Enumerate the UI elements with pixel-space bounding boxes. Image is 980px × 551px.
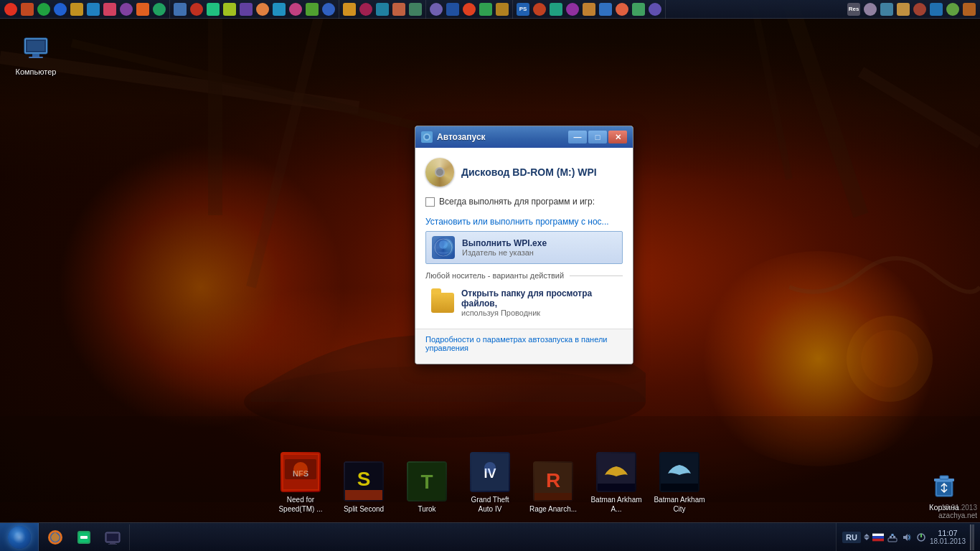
- dialog-header: Дисковод BD-ROM (M:) WPI: [425, 158, 623, 187]
- run-wpi-action[interactable]: Выполнить WPI.exe Издатель не указан: [425, 231, 623, 264]
- network-tray-icon[interactable]: [887, 532, 898, 543]
- top-icon-21[interactable]: [341, 1, 357, 17]
- top-icon-29[interactable]: [478, 1, 494, 17]
- top-icon-23[interactable]: [374, 1, 390, 17]
- watermark-site: azachya.net: [938, 512, 977, 519]
- top-icon-res[interactable]: Res: [846, 1, 862, 17]
- minimize-button[interactable]: —: [568, 131, 587, 143]
- top-icon-14[interactable]: [222, 1, 237, 17]
- show-desktop-button[interactable]: [970, 524, 974, 550]
- quick-launch-icon2[interactable]: [70, 524, 98, 550]
- game-icon-batman-aa[interactable]: Batman Arkham A...: [588, 449, 645, 517]
- top-icon-11[interactable]: [172, 1, 188, 17]
- top-icon-7[interactable]: [102, 1, 118, 17]
- top-icon-39[interactable]: [862, 1, 878, 17]
- top-icon-37[interactable]: [631, 1, 646, 17]
- computer-desktop-icon[interactable]: Компьютер: [7, 32, 65, 80]
- top-icon-42[interactable]: [912, 1, 928, 17]
- top-icon-9[interactable]: [135, 1, 151, 17]
- clock-date: 18.01.2013: [930, 537, 966, 545]
- open-folder-action[interactable]: Открыть папку для просмотра файлов, испо…: [425, 284, 623, 321]
- top-icon-26[interactable]: [428, 1, 444, 17]
- divider-line: [570, 276, 623, 276]
- top-icon-25[interactable]: [407, 1, 423, 17]
- game-icon-gta[interactable]: IV Grand Theft Auto IV: [461, 449, 519, 517]
- top-icon-40[interactable]: [879, 1, 895, 17]
- install-link[interactable]: Установить или выполнить программу с нос…: [425, 217, 623, 227]
- close-button[interactable]: ✕: [608, 131, 627, 143]
- power-tray-icon[interactable]: [915, 532, 927, 543]
- start-orb: [8, 526, 31, 549]
- top-icon-5[interactable]: [69, 1, 85, 17]
- top-icon-31[interactable]: [532, 1, 547, 17]
- top-icon-19[interactable]: [304, 1, 320, 17]
- top-icon-12[interactable]: [189, 1, 204, 17]
- quick-launch-firefox[interactable]: [42, 524, 69, 550]
- top-icon-38[interactable]: [647, 1, 663, 17]
- start-orb-inner: [13, 531, 26, 544]
- svg-rect-54: [108, 544, 117, 545]
- top-icon-6[interactable]: [85, 1, 101, 17]
- top-icon-36[interactable]: [614, 1, 630, 17]
- top-icon-30[interactable]: [494, 1, 510, 17]
- run-wpi-text: Выполнить WPI.exe Издатель не указан: [462, 238, 547, 257]
- top-icon-33[interactable]: [565, 1, 580, 17]
- game-icon-turok[interactable]: T Turok: [398, 458, 456, 517]
- top-icon-45[interactable]: [961, 1, 977, 17]
- quick-launch-icon3[interactable]: [99, 524, 126, 550]
- maximize-button[interactable]: □: [588, 131, 607, 143]
- top-icon-24[interactable]: [391, 1, 407, 17]
- nfs-label: Need for Speed(TM) ...: [275, 495, 326, 514]
- split-second-label: Split Second: [344, 504, 384, 514]
- svg-rect-14: [29, 57, 43, 58]
- top-icon-16[interactable]: [255, 1, 270, 17]
- top-icon-2[interactable]: [19, 1, 35, 17]
- window-controls: — □ ✕: [568, 131, 627, 143]
- game-icon-batman-ac[interactable]: Batman Arkham City: [651, 449, 708, 517]
- top-icon-1[interactable]: [3, 1, 19, 17]
- always-run-checkbox[interactable]: [425, 197, 435, 207]
- top-icon-15[interactable]: [238, 1, 254, 17]
- top-icon-34[interactable]: [581, 1, 597, 17]
- svg-marker-64: [903, 534, 908, 541]
- wpi-sub-text: Издатель не указан: [462, 248, 547, 257]
- open-folder-text: Открыть папку для просмотра файлов, испо…: [461, 288, 617, 317]
- recycle-bin-image: [930, 471, 958, 499]
- volume-tray-icon[interactable]: [901, 532, 913, 543]
- top-icon-ps[interactable]: PS: [515, 1, 531, 17]
- computer-icon: [22, 35, 50, 64]
- dialog-titlebar: Автозапуск — □ ✕: [415, 126, 633, 148]
- game-icon-split-second[interactable]: S Split Second: [335, 458, 392, 517]
- top-icon-18[interactable]: [288, 1, 303, 17]
- start-button[interactable]: [0, 523, 39, 552]
- top-icon-32[interactable]: [548, 1, 564, 17]
- top-icon-8[interactable]: [118, 1, 134, 17]
- disk-icon: [425, 158, 454, 187]
- top-icon-3[interactable]: [36, 1, 52, 17]
- language-indicator[interactable]: RU: [842, 532, 861, 543]
- svg-text:S: S: [357, 468, 371, 490]
- top-icon-28[interactable]: [461, 1, 477, 17]
- top-icon-17[interactable]: [271, 1, 287, 17]
- top-icon-44[interactable]: [945, 1, 961, 17]
- top-icon-20[interactable]: [321, 1, 336, 17]
- svg-point-24: [293, 462, 308, 476]
- game-icon-nfs[interactable]: NFS Need for Speed(TM) ...: [272, 449, 329, 517]
- svg-text:R: R: [546, 469, 560, 491]
- top-icon-4[interactable]: [52, 1, 68, 17]
- top-icon-27[interactable]: [445, 1, 461, 17]
- top-icon-43[interactable]: [928, 1, 944, 17]
- wpi-exe-icon: [432, 236, 455, 259]
- game-icon-rage[interactable]: R Rage Anarch...: [524, 458, 582, 517]
- top-icon-13[interactable]: [205, 1, 221, 17]
- top-icon-35[interactable]: [598, 1, 613, 17]
- taskbar: RU: [0, 522, 980, 551]
- svg-rect-36: [534, 493, 572, 500]
- fire-glow-left: [57, 143, 344, 430]
- autorun-settings-link[interactable]: Подробности о параметрах автозапуска в п…: [425, 335, 623, 352]
- top-icon-10[interactable]: [151, 1, 167, 17]
- top-icon-41[interactable]: [895, 1, 911, 17]
- top-icon-22[interactable]: [358, 1, 374, 17]
- desktop: PS Res: [0, 0, 980, 551]
- folder-sub-text: используя Проводник: [461, 309, 617, 317]
